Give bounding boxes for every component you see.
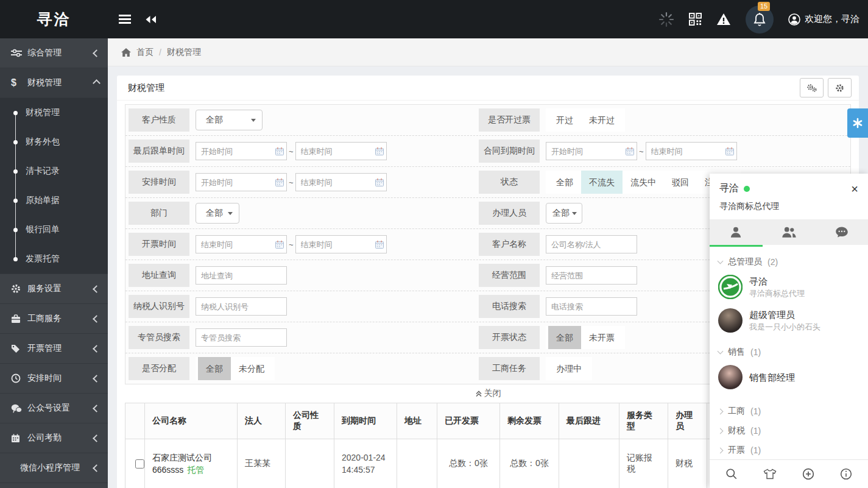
filter-label-assigned: 是否分配: [129, 357, 189, 380]
submenu-item-card-clearing[interactable]: 清卡记录: [0, 157, 108, 186]
sidebar-item-finance-tax-management[interactable]: $ 财税管理: [0, 68, 108, 98]
status-option-rejected[interactable]: 驳回: [664, 171, 697, 194]
submenu-item-invoice-custody[interactable]: 发票托管: [0, 244, 108, 274]
table-header-invoiced: 已开发票: [437, 403, 500, 439]
sidebar-item-general-management[interactable]: 综合管理: [0, 38, 108, 68]
customer-name-input[interactable]: [546, 235, 637, 253]
topbar: 寻洽: [0, 0, 868, 38]
calendar-icon[interactable]: [375, 147, 384, 158]
chat-member-xunqia[interactable]: 寻洽 寻洽商标总代理: [710, 271, 868, 304]
sidebar-item-label: 公众号设置: [27, 403, 94, 414]
submenu-item-bank-receipts[interactable]: 银行回单: [0, 215, 108, 244]
sidebar-item-business-services[interactable]: 工商服务: [0, 304, 108, 334]
quick-action-float-button[interactable]: [847, 108, 868, 138]
company-name-text: 石家庄测试公司: [152, 451, 230, 464]
taxpayer-id-input[interactable]: [196, 297, 287, 316]
customer-nature-select[interactable]: 全部: [196, 110, 263, 130]
sidebar-item-company-attendance[interactable]: 公司考勤: [0, 423, 108, 453]
calendar-icon[interactable]: [375, 240, 384, 251]
status-option-losing[interactable]: 流失中: [623, 171, 664, 194]
bullet-dot-icon: [13, 140, 18, 144]
invoiced-ever-option-no[interactable]: 未开过: [581, 108, 623, 132]
expire-time-text: 14:45:57: [342, 464, 389, 476]
sidebar-item-invoicing-management[interactable]: 开票管理: [0, 334, 108, 364]
contract-expire-end-input[interactable]: [646, 142, 737, 160]
breadcrumb-home-link[interactable]: 首页: [136, 47, 153, 58]
arrange-start-input[interactable]: [196, 173, 287, 191]
submenu-item-original-documents[interactable]: 原始单据: [0, 186, 108, 215]
assigned-option-all[interactable]: 全部: [198, 357, 231, 380]
invoice-time-end-input[interactable]: [295, 235, 387, 253]
assigned-option-unassigned[interactable]: 未分配: [231, 357, 272, 380]
user-menu[interactable]: 欢迎您，寻洽: [788, 13, 859, 26]
chat-member-sales-manager[interactable]: 销售部经理: [710, 361, 868, 394]
invoice-status-option-none[interactable]: 未开票: [581, 326, 623, 349]
tab-groups[interactable]: [763, 219, 816, 245]
phone-input[interactable]: [546, 297, 637, 316]
home-icon: [121, 48, 131, 57]
invoiced-ever-option-yes[interactable]: 开过: [548, 108, 581, 132]
handler-select[interactable]: 全部: [546, 203, 582, 224]
group-finance-tax[interactable]: 财税 (1): [710, 420, 868, 439]
sidebar-toggle-button[interactable]: [113, 0, 136, 38]
refresh-spinner-button[interactable]: [658, 12, 674, 27]
group-business[interactable]: 工商 (1): [710, 400, 868, 420]
chat-info-button[interactable]: [840, 468, 852, 480]
status-option-not-lost[interactable]: 不流失: [581, 171, 623, 194]
collapse-all-button[interactable]: [139, 0, 162, 38]
contract-expire-start-input[interactable]: [546, 142, 637, 160]
submenu-item-label: 财税管理: [26, 107, 60, 118]
group-invoicing[interactable]: 开票 (1): [710, 439, 868, 459]
tab-messages[interactable]: [815, 219, 868, 245]
calendar-icon[interactable]: [626, 147, 634, 158]
business-task-option-processing[interactable]: 办理中: [548, 357, 590, 380]
invoice-status-option-all[interactable]: 全部: [548, 326, 581, 349]
calendar-icon[interactable]: [275, 178, 284, 189]
table-header-service-type: 服务类型: [619, 403, 668, 439]
app-logo[interactable]: 寻洽: [0, 0, 108, 38]
calendar-icon[interactable]: [275, 147, 284, 158]
last-follow-start-input[interactable]: [196, 142, 287, 160]
alerts-button[interactable]: [716, 13, 731, 26]
column-settings-button[interactable]: [800, 78, 824, 97]
chat-search-button[interactable]: [725, 468, 738, 480]
active-tab-underline: [710, 245, 763, 247]
business-scope-input[interactable]: [546, 266, 637, 285]
chevron-left-icon: [93, 375, 101, 383]
invoice-time-start-input[interactable]: [196, 235, 287, 253]
sidebar-item-official-account-settings[interactable]: 公众号设置: [0, 394, 108, 423]
panel-header: 财税管理: [117, 76, 859, 101]
sidebar-item-wechat-miniprogram-management[interactable]: 微信小程序管理: [0, 453, 108, 483]
group-sales[interactable]: 销售 (1): [710, 341, 868, 361]
group-name: 开票: [728, 445, 745, 456]
sidebar-item-schedule-time[interactable]: 安排时间: [0, 364, 108, 394]
department-select[interactable]: 全部: [196, 203, 239, 224]
calendar-icon[interactable]: [275, 240, 284, 251]
person-icon: [730, 226, 742, 238]
submenu-item-finance-tax[interactable]: 财税管理: [0, 98, 108, 127]
chat-add-button[interactable]: [802, 468, 814, 480]
chat-theme-button[interactable]: [763, 469, 777, 479]
row-checkbox[interactable]: [135, 459, 144, 469]
address-input[interactable]: [196, 266, 287, 285]
arrange-end-input[interactable]: [295, 173, 387, 191]
submenu-item-finance-outsourcing[interactable]: 财务外包: [0, 127, 108, 157]
status-option-all[interactable]: 全部: [548, 171, 581, 194]
supervisor-input[interactable]: [196, 328, 287, 347]
calendar-icon[interactable]: [375, 178, 384, 189]
chat-close-button[interactable]: ×: [851, 183, 858, 195]
table-cell-company-nature: [286, 439, 334, 488]
info-circle-icon: [840, 468, 852, 480]
tab-contacts[interactable]: [710, 219, 763, 245]
notifications-button[interactable]: 15: [746, 5, 774, 34]
chat-member-super-admin[interactable]: 超级管理员 我是一只小小的石头: [710, 304, 868, 338]
calendar-icon[interactable]: [725, 147, 734, 158]
gear-icon: [835, 83, 844, 93]
qr-code-button[interactable]: [689, 13, 702, 26]
filter-label-arrange-time: 安排时间: [129, 171, 189, 194]
table-header-company-nature: 公司性质: [286, 403, 334, 439]
last-follow-end-input[interactable]: [295, 142, 387, 160]
sidebar-item-service-settings[interactable]: 服务设置: [0, 274, 108, 304]
settings-button[interactable]: [828, 78, 852, 97]
group-admins[interactable]: 总管理员 (2): [710, 251, 868, 271]
